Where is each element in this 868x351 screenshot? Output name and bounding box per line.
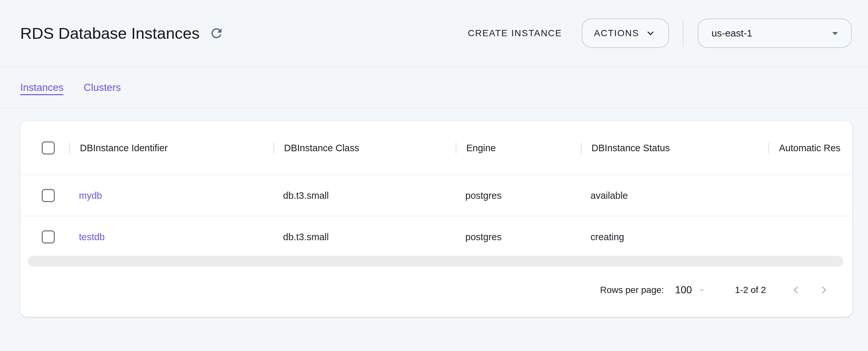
row-checkbox-cell <box>20 230 69 244</box>
region-select-value: us-east-1 <box>712 28 828 39</box>
chevron-left-icon <box>789 283 803 297</box>
previous-page-button[interactable] <box>787 281 805 299</box>
row-checkbox-cell <box>20 189 69 202</box>
select-all-checkbox[interactable] <box>42 141 55 155</box>
cell-class: db.t3.small <box>273 190 456 201</box>
row-checkbox[interactable] <box>42 189 55 202</box>
chevron-right-icon <box>817 283 831 297</box>
page-title: RDS Database Instances <box>20 24 199 42</box>
chevron-down-icon <box>644 27 657 39</box>
cell-status: creating <box>581 232 768 243</box>
cell-class: db.t3.small <box>273 232 456 243</box>
cell-status: available <box>581 190 768 201</box>
tab-clusters[interactable]: Clusters <box>84 82 121 94</box>
instances-table-card: DBInstance Identifier DBInstance Class E… <box>20 121 852 317</box>
cell-engine: postgres <box>456 190 581 201</box>
column-header-status: DBInstance Status <box>581 143 768 154</box>
refresh-icon <box>209 26 224 41</box>
row-checkbox[interactable] <box>42 230 55 244</box>
column-separator <box>273 143 274 154</box>
horizontal-scrollbar-thumb[interactable] <box>28 256 843 266</box>
column-header-engine: Engine <box>456 143 581 154</box>
tab-instances[interactable]: Instances <box>20 82 64 94</box>
rows-per-page-label: Rows per page: <box>600 285 664 295</box>
table-row: mydb db.t3.small postgres available <box>20 176 852 216</box>
create-instance-button[interactable]: CREATE INSTANCE <box>465 25 565 42</box>
instance-link-testdb[interactable]: testdb <box>79 232 105 242</box>
next-page-button[interactable] <box>815 281 833 299</box>
region-select[interactable]: us-east-1 <box>698 19 852 48</box>
header-actions: CREATE INSTANCE ACTIONS us-east-1 <box>465 19 852 48</box>
rds-instances-page: RDS Database Instances CREATE INSTANCE A… <box>0 0 868 351</box>
tab-bar: Instances Clusters <box>0 68 868 108</box>
refresh-button[interactable] <box>208 25 225 42</box>
column-separator <box>581 143 582 154</box>
column-header-identifier: DBInstance Identifier <box>69 143 273 154</box>
triangle-down-icon <box>828 26 842 40</box>
table-header-row: DBInstance Identifier DBInstance Class E… <box>20 121 852 176</box>
column-header-automatic-restore: Automatic Res <box>768 143 852 154</box>
actions-dropdown-button[interactable]: ACTIONS <box>582 19 669 48</box>
column-separator <box>69 143 70 154</box>
rows-per-page-select[interactable]: 100 <box>675 284 692 296</box>
triangle-down-icon[interactable] <box>696 284 708 296</box>
header-divider <box>683 20 683 46</box>
column-separator <box>768 143 769 154</box>
column-header-class: DBInstance Class <box>273 143 456 154</box>
table-row: testdb db.t3.small postgres creating <box>20 216 852 257</box>
header-checkbox-cell <box>20 141 69 155</box>
pagination-range-label: 1-2 of 2 <box>735 285 766 295</box>
pagination-bar: Rows per page: 100 1-2 of 2 <box>600 280 833 300</box>
actions-dropdown-label: ACTIONS <box>594 28 639 38</box>
column-separator <box>456 143 457 154</box>
instance-link-mydb[interactable]: mydb <box>79 190 102 201</box>
cell-engine: postgres <box>456 232 581 243</box>
page-header: RDS Database Instances CREATE INSTANCE A… <box>0 0 868 67</box>
